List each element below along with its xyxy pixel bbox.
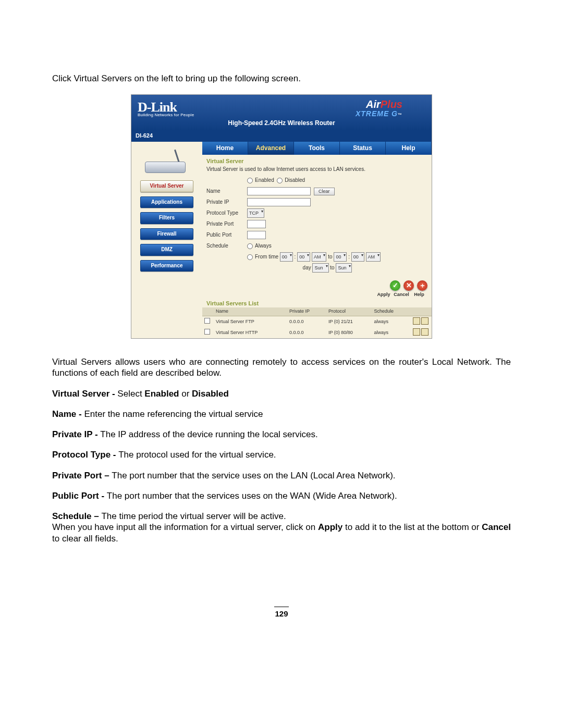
paragraph-desc: Virtual Servers allows users who are con… [52,356,511,379]
label-private-port: Private Port [206,221,247,228]
edit-icon[interactable] [413,328,420,336]
sidebar-item-dmz[interactable]: DMZ [140,244,193,256]
radio-disabled[interactable] [277,178,283,183]
select-to-ampm[interactable]: AM [366,252,381,262]
main-panel: Home Advanced Tools Status Help Virtual … [202,142,432,338]
section-desc: Virtual Server is used to allow Internet… [206,166,427,173]
apply-cancel-note: When you have input all the information … [52,522,511,544]
tab-status[interactable]: Status [340,142,386,155]
label-public-port: Public Port [206,232,247,239]
select-from-ampm[interactable]: AM [312,252,327,262]
virtual-server-table: Name Private IP Protocol Schedule Virtua… [202,307,432,338]
th-name: Name [214,307,287,316]
clear-button[interactable]: Clear [314,188,335,195]
field-vs: Virtual Server - Select Enabled or Disab… [52,388,511,399]
select-from-hh[interactable]: 00 [280,252,293,262]
label-schedule: Schedule [206,243,247,250]
radio-enabled[interactable] [247,178,253,183]
row-checkbox[interactable] [204,318,210,324]
label-private-ip: Private IP [206,199,247,206]
delete-icon[interactable] [421,328,429,336]
field-private-ip: Private IP - The IP address of the devic… [52,429,511,440]
airplus-logo: AirPlus XTREME G™ [356,98,402,119]
label-name: Name [206,188,247,195]
field-schedule: Schedule – The time period the virtual s… [52,511,511,522]
router-header: D-Link Building Networks for People AirP… [131,95,432,130]
logo-air: Air [366,98,381,110]
logo-plus: Plus [381,98,402,110]
model-label: DI-624 [131,130,432,142]
list-title: Virtual Servers List [202,300,432,308]
label-disabled: Disabled [285,177,305,184]
field-protocol-type: Protocol Type - The protocol used for th… [52,449,511,460]
input-private-port[interactable] [247,220,266,228]
action-row: ✓ ✕ ＋ [202,277,432,292]
radio-from[interactable] [247,254,253,260]
label-enabled: Enabled [255,177,274,184]
page-number: 129 [274,607,289,619]
tab-advanced[interactable]: Advanced [248,142,294,155]
router-screenshot: D-Link Building Networks for People AirP… [131,94,432,339]
input-name[interactable] [247,187,311,195]
select-day-from[interactable]: Sun [312,263,328,273]
tab-home[interactable]: Home [202,142,248,155]
label-time: time [268,254,278,261]
sidebar: Virtual Server Applications Filters Fire… [131,142,202,338]
cell-sched: always [372,327,410,338]
tab-help[interactable]: Help [386,142,432,155]
sidebar-item-virtual-server[interactable]: Virtual Server [140,180,193,192]
cell-name: Virtual Server HTTP [214,327,287,338]
cell-sched: always [372,316,410,327]
th-sched: Schedule [372,307,410,316]
field-name: Name - Enter the name referencing the vi… [52,409,511,419]
section-title: Virtual Server [206,158,427,165]
edit-icon[interactable] [413,317,420,325]
sidebar-item-applications[interactable]: Applications [140,196,193,208]
label-cancel: Cancel [393,292,410,298]
cell-proto: IP (0) 21/21 [326,316,372,327]
cell-name: Virtual Server FTP [214,316,287,327]
cell-proto: IP (0) 80/80 [326,327,372,338]
intro-text: Click Virtual Servers on the left to bri… [52,73,511,84]
th-proto: Protocol [326,307,372,316]
table-row: Virtual Server HTTP 0.0.0.0 IP (0) 80/80… [202,327,432,338]
row-checkbox[interactable] [204,329,210,335]
delete-icon[interactable] [421,317,429,325]
row-enable: Enabled Disabled [206,176,427,185]
select-day-to[interactable]: Sun [336,263,352,273]
field-public-port: Public Port - The port number that the s… [52,490,511,501]
label-to: to [328,254,332,261]
help-icon[interactable]: ＋ [417,280,427,291]
label-always: Always [255,243,272,250]
label-protocol-type: Protocol Type [206,210,247,217]
sidebar-item-firewall[interactable]: Firewall [140,228,193,240]
select-to-hh[interactable]: 00 [334,252,347,262]
tab-tools[interactable]: Tools [294,142,340,155]
radio-always[interactable] [247,243,253,249]
input-private-ip[interactable] [247,198,311,206]
logo-xtreme: XTREME G™ [356,109,402,119]
apply-icon[interactable]: ✓ [390,280,400,291]
device-icon [142,149,192,175]
tab-strip: Home Advanced Tools Status Help [202,142,432,155]
label-help: Help [411,292,427,298]
label-day: day [303,265,311,272]
select-to-mm[interactable]: 00 [351,252,364,262]
th-ip: Private IP [287,307,326,316]
label-day-to: to [330,265,334,272]
label-from: From [255,254,267,261]
select-from-mm[interactable]: 00 [297,252,310,262]
cell-ip: 0.0.0.0 [287,316,326,327]
dlink-tagline: Building Networks for People [138,113,194,118]
input-public-port[interactable] [247,231,266,239]
header-subtitle: High-Speed 2.4GHz Wireless Router [131,119,432,127]
field-private-port: Private Port – The port number that the … [52,470,511,481]
label-apply: Apply [375,292,392,298]
select-protocol[interactable]: TCP [247,208,264,218]
table-row: Virtual Server FTP 0.0.0.0 IP (0) 21/21 … [202,316,432,327]
sidebar-item-filters[interactable]: Filters [140,212,193,224]
cell-ip: 0.0.0.0 [287,327,326,338]
cancel-icon[interactable]: ✕ [403,280,414,291]
sidebar-item-performance[interactable]: Performance [140,260,193,272]
